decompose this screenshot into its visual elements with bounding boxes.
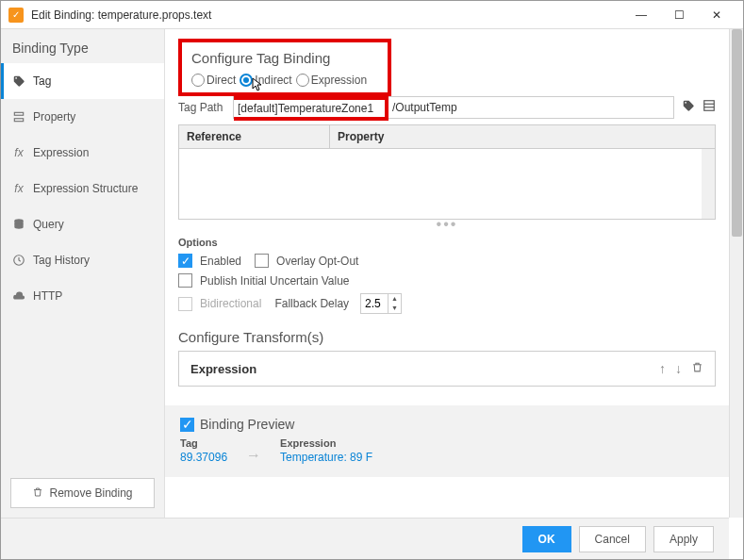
section-title: Configure Tag Binding — [191, 50, 378, 66]
fallback-label: Fallback Delay — [274, 297, 349, 310]
bidirectional-checkbox — [178, 297, 192, 311]
publish-initial-checkbox[interactable] — [178, 273, 192, 288]
preview-expr-value: Temperature: 89 F — [280, 451, 372, 464]
radio-icon — [191, 74, 205, 87]
database-icon — [12, 218, 25, 231]
radio-icon — [296, 74, 309, 87]
col-reference: Reference — [179, 125, 330, 148]
table-scrollbar[interactable] — [702, 149, 715, 219]
radio-direct[interactable]: Direct — [191, 74, 236, 87]
maximize-button[interactable]: ☐ — [660, 4, 698, 26]
transform-label: Expression — [190, 362, 256, 376]
title-bar: ✓ Edit Binding: temperature.props.text —… — [1, 1, 743, 29]
move-up-icon[interactable]: ↑ — [659, 361, 666, 376]
sidebar-item-expression-structure[interactable]: fx Expression Structure — [1, 171, 164, 206]
fallback-delay-spinner[interactable]: ▲▼ — [360, 293, 402, 314]
svg-rect-4 — [704, 101, 715, 111]
preview-enabled-checkbox[interactable]: ✓ — [180, 418, 194, 432]
sidebar-item-expression[interactable]: fx Expression — [1, 135, 164, 171]
tag-path-label: Tag Path — [178, 101, 233, 114]
preview-tag-label: Tag — [180, 437, 227, 449]
sidebar-label: HTTP — [33, 289, 62, 303]
sidebar-item-tag[interactable]: Tag — [1, 63, 164, 99]
sidebar-item-tag-history[interactable]: Tag History — [1, 242, 164, 278]
sidebar-label: Query — [33, 218, 64, 231]
sidebar-heading: Binding Type — [1, 29, 164, 63]
app-icon: ✓ — [8, 8, 24, 23]
history-icon — [12, 254, 25, 267]
scrollbar-thumb[interactable] — [732, 29, 742, 237]
sidebar: Binding Type Tag Property fx Expression — [1, 29, 165, 518]
reference-body[interactable] — [179, 149, 715, 219]
spinner-down-icon[interactable]: ▼ — [389, 304, 401, 313]
preview-tag-value: 89.37096 — [180, 451, 227, 464]
highlight-box: Configure Tag Binding Direct Indirect — [178, 39, 391, 96]
fallback-input[interactable] — [361, 297, 388, 310]
drag-handle-icon[interactable]: ••• — [178, 220, 716, 233]
tag-path-prefix-highlight: [default]TemperatureZone1 — [234, 96, 389, 121]
tag-path-row: Tag Path [default]TemperatureZone1 — [178, 96, 716, 119]
sidebar-item-query[interactable]: Query — [1, 206, 164, 242]
close-button[interactable]: ✕ — [698, 4, 736, 26]
apply-button[interactable]: Apply — [653, 526, 714, 552]
col-property: Property — [330, 125, 715, 148]
radio-label: Direct — [207, 74, 236, 87]
binding-preview-section: ✓ Binding Preview Tag 89.37096 → Express… — [165, 405, 729, 477]
trash-icon — [32, 486, 43, 501]
window-controls: — ☐ ✕ — [622, 4, 736, 26]
main-panel: Configure Tag Binding Direct Indirect — [165, 29, 729, 518]
minimize-button[interactable]: — — [622, 4, 660, 26]
radio-label: Expression — [311, 74, 367, 87]
enabled-checkbox[interactable]: ✓ — [178, 254, 192, 268]
sidebar-label: Property — [33, 110, 75, 124]
footer-bar: OK Cancel Apply — [1, 518, 729, 559]
preview-expr-label: Expression — [280, 437, 372, 449]
bidirectional-label: Bidirectional — [200, 297, 261, 310]
overlay-optout-checkbox[interactable] — [255, 254, 269, 268]
tag-path-input-wrap[interactable]: [default]TemperatureZone1 — [233, 96, 674, 119]
remove-binding-button[interactable]: Remove Binding — [10, 478, 155, 508]
publish-label: Publish Initial Uncertain Value — [200, 274, 350, 288]
ok-button[interactable]: OK — [522, 526, 571, 552]
property-icon — [12, 110, 25, 124]
radio-indirect[interactable]: Indirect — [240, 74, 291, 87]
svg-rect-1 — [14, 119, 23, 122]
fx-icon: fx — [12, 182, 25, 195]
remove-label: Remove Binding — [49, 486, 132, 500]
overlay-label: Overlay Opt-Out — [276, 255, 358, 268]
sidebar-item-property[interactable]: Property — [1, 99, 164, 135]
radio-label: Indirect — [255, 74, 291, 87]
preview-title: Binding Preview — [200, 417, 294, 432]
arrow-icon: → — [246, 447, 261, 464]
main-scrollbar[interactable] — [729, 29, 743, 518]
enabled-label: Enabled — [200, 255, 241, 268]
spinner-up-icon[interactable]: ▲ — [389, 294, 401, 304]
radio-icon-selected — [240, 74, 253, 87]
svg-rect-0 — [14, 112, 23, 115]
cloud-icon — [12, 289, 25, 303]
sidebar-label: Expression — [33, 146, 89, 159]
radio-expression[interactable]: Expression — [296, 74, 367, 87]
fx-icon: fx — [12, 146, 25, 159]
reference-table: Reference Property — [178, 124, 716, 220]
tag-icon — [12, 74, 25, 88]
cancel-button[interactable]: Cancel — [579, 526, 646, 552]
move-down-icon[interactable]: ↓ — [675, 361, 682, 376]
sidebar-label: Tag History — [33, 254, 90, 267]
delete-transform-icon[interactable] — [691, 361, 703, 376]
sidebar-label: Tag — [33, 74, 51, 88]
sidebar-label: Expression Structure — [33, 182, 138, 195]
window-title: Edit Binding: temperature.props.text — [31, 8, 211, 22]
options-title: Options — [178, 237, 716, 248]
transform-expression-row[interactable]: Expression ↑ ↓ — [178, 351, 716, 387]
sidebar-item-http[interactable]: HTTP — [1, 278, 164, 314]
transforms-title: Configure Transform(s) — [178, 329, 716, 345]
